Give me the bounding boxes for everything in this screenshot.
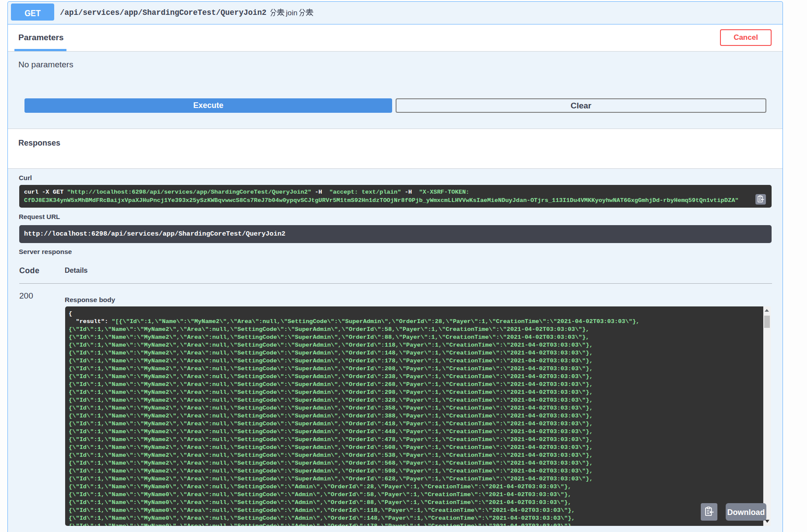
svg-text:join: join <box>285 9 297 17</box>
